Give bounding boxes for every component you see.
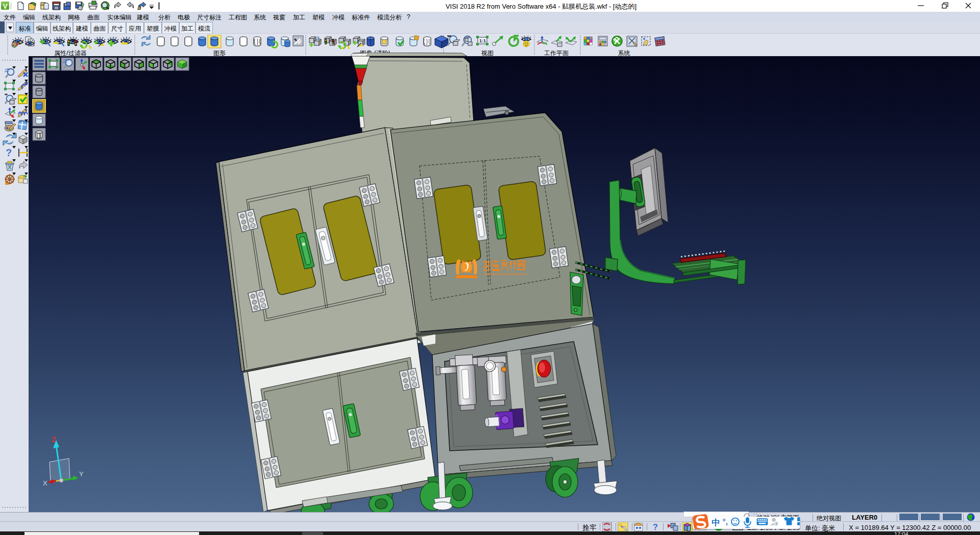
svg-text:?: ? bbox=[653, 523, 658, 531]
svg-text:Y: Y bbox=[79, 470, 84, 478]
svg-text:V: V bbox=[3, 3, 8, 10]
svg-text:INTELLIGENT MANUFACTURING DATA: INTELLIGENT MANUFACTURING DATA bbox=[483, 273, 527, 276]
svg-text:X: X bbox=[43, 479, 47, 487]
svg-text:1:1: 1:1 bbox=[479, 38, 486, 43]
svg-text:?: ? bbox=[6, 147, 12, 158]
svg-text:中: 中 bbox=[712, 518, 720, 527]
svg-text:°,: °, bbox=[723, 518, 728, 526]
svg-text:Z: Z bbox=[52, 435, 56, 444]
svg-text:7: 7 bbox=[775, 522, 777, 526]
